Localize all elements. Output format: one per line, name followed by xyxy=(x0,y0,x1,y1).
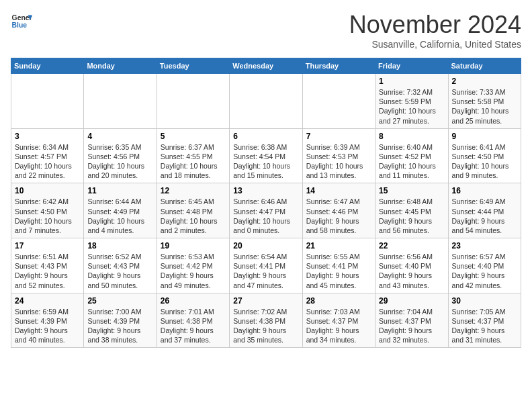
day-cell: 1Sunrise: 7:32 AM Sunset: 5:59 PM Daylig… xyxy=(375,74,448,129)
day-cell: 19Sunrise: 6:53 AM Sunset: 4:42 PM Dayli… xyxy=(157,238,229,293)
day-number: 26 xyxy=(161,296,226,306)
day-info: Sunrise: 7:04 AM Sunset: 4:37 PM Dayligh… xyxy=(379,307,444,345)
day-header-monday: Monday xyxy=(84,58,157,74)
week-row-5: 24Sunrise: 6:59 AM Sunset: 4:39 PM Dayli… xyxy=(11,293,521,348)
day-cell: 26Sunrise: 7:01 AM Sunset: 4:38 PM Dayli… xyxy=(157,293,229,348)
week-row-3: 10Sunrise: 6:42 AM Sunset: 4:50 PM Dayli… xyxy=(11,183,521,238)
day-info: Sunrise: 7:03 AM Sunset: 4:37 PM Dayligh… xyxy=(306,307,371,345)
day-number: 9 xyxy=(452,132,517,141)
day-info: Sunrise: 6:47 AM Sunset: 4:46 PM Dayligh… xyxy=(306,197,371,235)
day-number: 12 xyxy=(161,186,226,195)
day-number: 24 xyxy=(15,296,80,306)
day-cell: 16Sunrise: 6:49 AM Sunset: 4:44 PM Dayli… xyxy=(448,183,521,238)
day-number: 11 xyxy=(87,186,152,195)
day-number: 14 xyxy=(306,186,371,195)
calendar-table: SundayMondayTuesdayWednesdayThursdayFrid… xyxy=(11,58,521,348)
day-info: Sunrise: 6:55 AM Sunset: 4:41 PM Dayligh… xyxy=(306,252,371,290)
day-info: Sunrise: 6:42 AM Sunset: 4:50 PM Dayligh… xyxy=(15,197,80,235)
day-info: Sunrise: 6:45 AM Sunset: 4:48 PM Dayligh… xyxy=(161,197,226,235)
day-number: 7 xyxy=(306,132,371,141)
day-header-friday: Friday xyxy=(375,58,448,74)
day-cell: 7Sunrise: 6:39 AM Sunset: 4:53 PM Daylig… xyxy=(302,128,375,183)
day-header-thursday: Thursday xyxy=(302,58,375,74)
day-info: Sunrise: 6:35 AM Sunset: 4:56 PM Dayligh… xyxy=(87,142,152,181)
day-cell: 14Sunrise: 6:47 AM Sunset: 4:46 PM Dayli… xyxy=(302,183,375,238)
week-row-1: 1Sunrise: 7:32 AM Sunset: 5:59 PM Daylig… xyxy=(11,74,521,129)
day-number: 1 xyxy=(379,77,444,86)
day-cell: 28Sunrise: 7:03 AM Sunset: 4:37 PM Dayli… xyxy=(302,293,375,348)
day-cell: 11Sunrise: 6:44 AM Sunset: 4:49 PM Dayli… xyxy=(84,183,157,238)
day-info: Sunrise: 7:02 AM Sunset: 4:38 PM Dayligh… xyxy=(233,307,298,345)
day-cell xyxy=(157,74,229,129)
day-header-sunday: Sunday xyxy=(11,58,84,74)
day-info: Sunrise: 6:38 AM Sunset: 4:54 PM Dayligh… xyxy=(233,142,298,181)
day-cell: 9Sunrise: 6:41 AM Sunset: 4:50 PM Daylig… xyxy=(448,128,521,183)
day-number: 22 xyxy=(379,241,444,250)
day-number: 4 xyxy=(87,132,152,141)
day-cell xyxy=(230,74,302,129)
day-cell xyxy=(84,74,157,129)
day-info: Sunrise: 7:33 AM Sunset: 5:58 PM Dayligh… xyxy=(452,87,517,126)
day-info: Sunrise: 6:53 AM Sunset: 4:42 PM Dayligh… xyxy=(161,252,226,290)
day-number: 8 xyxy=(379,132,444,141)
day-info: Sunrise: 6:57 AM Sunset: 4:40 PM Dayligh… xyxy=(452,252,517,290)
day-cell: 5Sunrise: 6:37 AM Sunset: 4:55 PM Daylig… xyxy=(157,128,229,183)
day-number: 6 xyxy=(233,132,298,141)
day-cell: 17Sunrise: 6:51 AM Sunset: 4:43 PM Dayli… xyxy=(11,238,84,293)
day-info: Sunrise: 6:46 AM Sunset: 4:47 PM Dayligh… xyxy=(233,197,298,235)
day-cell xyxy=(11,74,84,129)
page-header: General Blue November 2024 Susanville, C… xyxy=(11,11,521,50)
day-cell: 10Sunrise: 6:42 AM Sunset: 4:50 PM Dayli… xyxy=(11,183,84,238)
day-info: Sunrise: 6:40 AM Sunset: 4:52 PM Dayligh… xyxy=(379,142,444,181)
day-number: 27 xyxy=(233,296,298,306)
day-info: Sunrise: 7:01 AM Sunset: 4:38 PM Dayligh… xyxy=(161,307,226,345)
calendar-body: 1Sunrise: 7:32 AM Sunset: 5:59 PM Daylig… xyxy=(11,74,521,348)
day-info: Sunrise: 7:32 AM Sunset: 5:59 PM Dayligh… xyxy=(379,87,444,126)
day-cell: 22Sunrise: 6:56 AM Sunset: 4:40 PM Dayli… xyxy=(375,238,448,293)
day-cell: 25Sunrise: 7:00 AM Sunset: 4:39 PM Dayli… xyxy=(84,293,157,348)
day-info: Sunrise: 6:52 AM Sunset: 4:43 PM Dayligh… xyxy=(87,252,152,290)
day-info: Sunrise: 6:39 AM Sunset: 4:53 PM Dayligh… xyxy=(306,142,371,181)
day-cell: 30Sunrise: 7:05 AM Sunset: 4:37 PM Dayli… xyxy=(448,293,521,348)
day-cell xyxy=(302,74,375,129)
day-number: 10 xyxy=(15,186,80,195)
day-number: 19 xyxy=(161,241,226,250)
location-subtitle: Susanville, California, United States xyxy=(349,39,521,50)
day-cell: 15Sunrise: 6:48 AM Sunset: 4:45 PM Dayli… xyxy=(375,183,448,238)
day-cell: 3Sunrise: 6:34 AM Sunset: 4:57 PM Daylig… xyxy=(11,128,84,183)
day-cell: 8Sunrise: 6:40 AM Sunset: 4:52 PM Daylig… xyxy=(375,128,448,183)
day-header-saturday: Saturday xyxy=(448,58,521,74)
day-number: 25 xyxy=(87,296,152,306)
month-title: November 2024 xyxy=(349,11,521,39)
day-info: Sunrise: 6:49 AM Sunset: 4:44 PM Dayligh… xyxy=(452,197,517,235)
logo-icon: General Blue xyxy=(11,11,32,32)
day-cell: 4Sunrise: 6:35 AM Sunset: 4:56 PM Daylig… xyxy=(84,128,157,183)
day-cell: 21Sunrise: 6:55 AM Sunset: 4:41 PM Dayli… xyxy=(302,238,375,293)
day-cell: 13Sunrise: 6:46 AM Sunset: 4:47 PM Dayli… xyxy=(230,183,302,238)
week-row-2: 3Sunrise: 6:34 AM Sunset: 4:57 PM Daylig… xyxy=(11,128,521,183)
day-info: Sunrise: 6:48 AM Sunset: 4:45 PM Dayligh… xyxy=(379,197,444,235)
logo: General Blue xyxy=(11,11,32,32)
day-number: 30 xyxy=(452,296,517,306)
svg-text:Blue: Blue xyxy=(12,21,28,29)
day-number: 18 xyxy=(87,241,152,250)
day-info: Sunrise: 6:56 AM Sunset: 4:40 PM Dayligh… xyxy=(379,252,444,290)
day-number: 13 xyxy=(233,186,298,195)
day-info: Sunrise: 6:59 AM Sunset: 4:39 PM Dayligh… xyxy=(15,307,80,345)
day-info: Sunrise: 6:34 AM Sunset: 4:57 PM Dayligh… xyxy=(15,142,80,181)
day-cell: 2Sunrise: 7:33 AM Sunset: 5:58 PM Daylig… xyxy=(448,74,521,129)
day-number: 3 xyxy=(15,132,80,141)
calendar-header: SundayMondayTuesdayWednesdayThursdayFrid… xyxy=(11,58,521,74)
day-number: 28 xyxy=(306,296,371,306)
title-area: November 2024 Susanville, California, Un… xyxy=(349,11,521,50)
day-info: Sunrise: 6:54 AM Sunset: 4:41 PM Dayligh… xyxy=(233,252,298,290)
day-cell: 20Sunrise: 6:54 AM Sunset: 4:41 PM Dayli… xyxy=(230,238,302,293)
day-info: Sunrise: 6:41 AM Sunset: 4:50 PM Dayligh… xyxy=(452,142,517,181)
day-cell: 29Sunrise: 7:04 AM Sunset: 4:37 PM Dayli… xyxy=(375,293,448,348)
day-cell: 6Sunrise: 6:38 AM Sunset: 4:54 PM Daylig… xyxy=(230,128,302,183)
day-number: 20 xyxy=(233,241,298,250)
day-info: Sunrise: 7:00 AM Sunset: 4:39 PM Dayligh… xyxy=(87,307,152,345)
day-cell: 24Sunrise: 6:59 AM Sunset: 4:39 PM Dayli… xyxy=(11,293,84,348)
day-cell: 27Sunrise: 7:02 AM Sunset: 4:38 PM Dayli… xyxy=(230,293,302,348)
day-info: Sunrise: 6:37 AM Sunset: 4:55 PM Dayligh… xyxy=(161,142,226,181)
